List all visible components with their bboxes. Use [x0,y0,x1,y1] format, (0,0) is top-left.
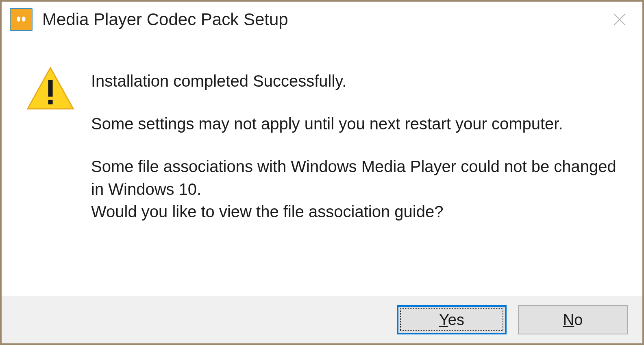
message-line-1: Installation completed Successfully. [91,70,626,92]
app-icon [10,8,33,31]
dialog-title: Media Player Codec Pack Setup [42,10,603,29]
message-text: Installation completed Successfully. Som… [91,70,626,223]
close-button [603,5,636,34]
yes-button[interactable]: Yes [397,305,507,334]
dialog-window: Media Player Codec Pack Setup Installati… [0,0,644,345]
message-line-2: Some settings may not apply until you ne… [91,113,626,135]
no-button[interactable]: No [518,305,628,334]
button-bar: Yes No [2,296,642,343]
svg-rect-6 [48,80,52,96]
message-line-3: Some file associations with Windows Medi… [91,155,626,223]
svg-rect-7 [48,100,52,104]
svg-point-0 [14,13,28,27]
svg-point-2 [22,17,26,22]
warning-icon [26,66,75,112]
svg-point-1 [17,17,20,22]
dialog-content: Installation completed Successfully. Som… [2,37,642,296]
titlebar: Media Player Codec Pack Setup [2,2,642,37]
